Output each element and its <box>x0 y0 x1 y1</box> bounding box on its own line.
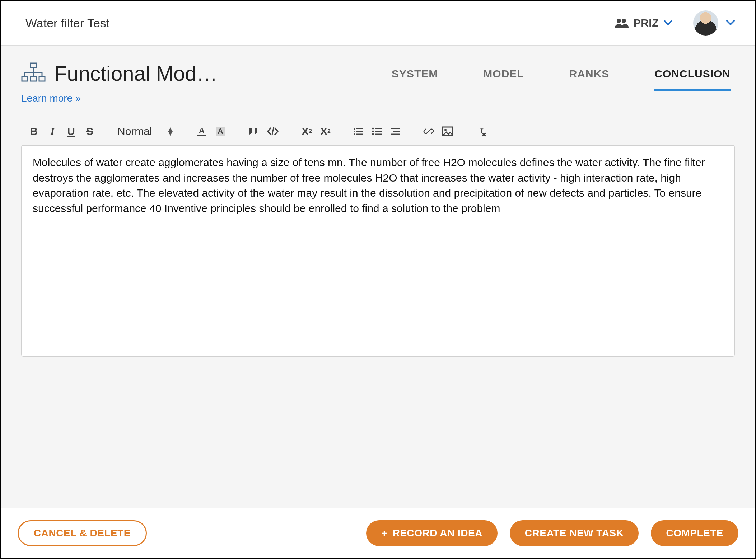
clear-formatting-button[interactable]: T <box>476 126 486 137</box>
project-title: Water filter Test <box>25 16 109 30</box>
svg-point-24 <box>372 133 374 135</box>
record-idea-label: RECORD AN IDEA <box>393 527 482 539</box>
text-color-button[interactable]: A <box>196 126 207 137</box>
svg-point-22 <box>372 128 374 130</box>
svg-point-23 <box>372 131 374 132</box>
svg-rect-8 <box>22 77 28 81</box>
tab-conclusion[interactable]: CONCLUSION <box>654 68 731 91</box>
tab-model[interactable]: MODEL <box>483 68 524 91</box>
subscript-button[interactable]: X2 <box>301 125 312 137</box>
workspace-label: PRIZ <box>634 17 659 29</box>
people-icon <box>614 18 629 28</box>
tabs: SYSTEM MODEL RANKS CONCLUSION <box>392 61 733 91</box>
ordered-list-button[interactable]: 123 <box>353 127 364 136</box>
svg-point-32 <box>444 129 447 131</box>
page-title: Functional Mod… <box>54 61 218 85</box>
editor-toolbar: B I U S Normal ▲▼ A <box>21 121 735 141</box>
svg-rect-9 <box>31 77 36 81</box>
unordered-list-button[interactable] <box>372 127 382 136</box>
create-task-button[interactable]: CREATE NEW TASK <box>510 520 639 546</box>
complete-button[interactable]: COMPLETE <box>651 520 738 546</box>
svg-text:A: A <box>218 127 224 136</box>
svg-text:3: 3 <box>354 133 355 136</box>
tab-system[interactable]: SYSTEM <box>392 68 438 91</box>
image-button[interactable] <box>442 126 453 136</box>
user-avatar[interactable] <box>693 10 718 36</box>
topbar: Water filter Test PRIZ <box>1 1 755 46</box>
svg-text:A: A <box>199 126 205 135</box>
svg-rect-12 <box>197 135 206 136</box>
user-menu-chevron-icon[interactable] <box>726 18 735 28</box>
indent-button[interactable] <box>390 127 401 136</box>
svg-rect-10 <box>39 77 45 81</box>
underline-button[interactable]: U <box>66 125 76 137</box>
conclusion-text: Molecules of water create agglomerates h… <box>33 155 723 216</box>
learn-more-link[interactable]: Learn more » <box>21 93 301 104</box>
paragraph-format-label: Normal <box>117 125 152 137</box>
svg-rect-2 <box>31 63 36 67</box>
strikethrough-button[interactable]: S <box>84 125 95 137</box>
blockquote-button[interactable] <box>248 127 259 136</box>
tab-ranks[interactable]: RANKS <box>569 68 610 91</box>
cancel-delete-button[interactable]: CANCEL & DELETE <box>18 520 147 546</box>
italic-button[interactable]: I <box>47 125 58 137</box>
functional-model-icon <box>21 62 46 85</box>
paragraph-format-select[interactable]: Normal ▲▼ <box>117 125 174 137</box>
bold-button[interactable]: B <box>28 125 39 137</box>
plus-icon: + <box>381 527 388 539</box>
footer: CANCEL & DELETE + RECORD AN IDEA CREATE … <box>1 508 755 558</box>
svg-line-15 <box>272 128 274 135</box>
svg-point-0 <box>617 19 621 23</box>
highlight-color-button[interactable]: A <box>215 126 226 137</box>
svg-point-1 <box>622 19 626 23</box>
link-button[interactable] <box>423 126 434 137</box>
code-block-button[interactable] <box>267 127 279 136</box>
record-idea-button[interactable]: + RECORD AN IDEA <box>366 520 498 546</box>
page-header: Functional Mod… Learn more » SYSTEM MODE… <box>1 46 755 104</box>
workspace-switcher[interactable]: PRIZ <box>611 15 676 31</box>
superscript-button[interactable]: X2 <box>320 125 331 137</box>
select-arrows-icon: ▲▼ <box>167 128 174 135</box>
conclusion-editor[interactable]: Molecules of water create agglomerates h… <box>21 145 735 357</box>
chevron-down-icon <box>664 18 672 28</box>
